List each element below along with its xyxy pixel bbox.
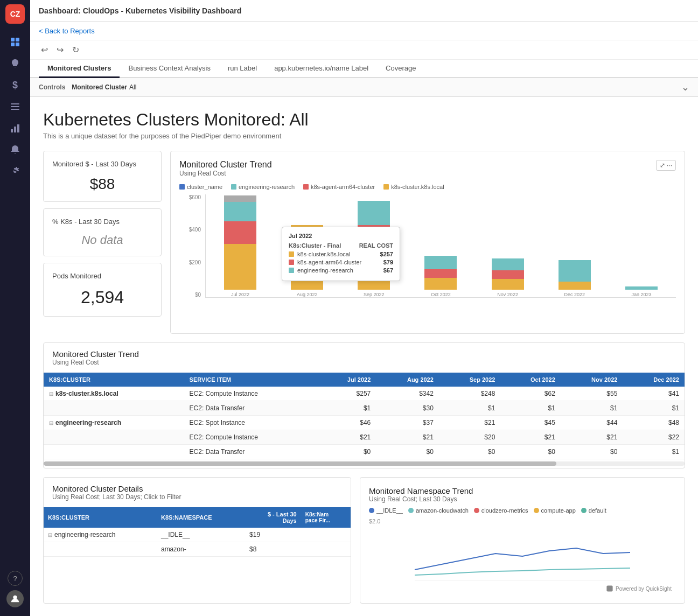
legend-dot-engineering (231, 184, 236, 190)
chart-expand-button[interactable]: ⤢ ··· (656, 160, 676, 171)
namespace-trend-panel: Monitored Namespace Trend Using Real Cos… (360, 477, 685, 604)
details-subtitle: Using Real Cost; Last 30 Days; Click to … (52, 493, 342, 501)
tooltip-name-0: k8s-cluster.k8s.local (297, 251, 377, 257)
cluster-k8s: k8s-cluster.k8s.local (55, 390, 118, 397)
tab-app-label[interactable]: app.kubernetes.io/name Label (266, 60, 377, 78)
eng-dec-spot: $48 (623, 416, 685, 430)
svg-rect-0 (11, 38, 15, 41)
tooltip-val-0: $257 (380, 251, 393, 257)
bar-jul-2022[interactable]: Jul 2022 (210, 195, 270, 297)
svg-rect-1 (16, 38, 19, 41)
table-scrollbar[interactable] (44, 461, 685, 466)
bars-container: Jul 2022 Aug 2022 (205, 194, 676, 298)
tab-run-label[interactable]: run Label (219, 60, 266, 78)
help-icon[interactable]: ? (8, 571, 23, 586)
tab-business-context[interactable]: Business Context Analysis (120, 60, 219, 78)
ns-legend-idle: __IDLE__ (369, 507, 403, 514)
k8s-oct-compute: $62 (500, 387, 560, 401)
svg-rect-2 (11, 43, 15, 46)
col-nov[interactable]: Nov 2022 (561, 373, 623, 387)
sidebar-item-list[interactable] (5, 97, 25, 116)
svg-point-10 (13, 596, 17, 599)
logo[interactable]: CZ (5, 4, 25, 24)
eng-oct-compute: $21 (500, 430, 560, 445)
tab-coverage[interactable]: Coverage (377, 60, 424, 78)
k8s-aug-transfer: $30 (376, 401, 439, 416)
bar-label-nov: Nov 2022 (497, 292, 518, 297)
col-service[interactable]: SERVICE ITEM (184, 373, 318, 387)
tab-monitored-clusters[interactable]: Monitored Clusters (39, 60, 120, 78)
sidebar-item-lightbulb[interactable] (5, 54, 25, 73)
k8s-sep-compute: $248 (439, 387, 501, 401)
legend-label-cluster: cluster_name (187, 184, 222, 190)
eng-jul-spot: $46 (318, 416, 376, 430)
metric-k8s-value: No data (52, 233, 152, 247)
tooltip-name-1: k8s-agent-arm64-cluster (297, 259, 380, 265)
metric-pods-value: 2,594 (52, 288, 152, 307)
monitored-cluster-control[interactable]: Monitored Cluster All (72, 83, 136, 91)
eng-aug-compute: $21 (376, 430, 439, 445)
detail-row-0: ⊟engineering-research __IDLE__ $19 (44, 528, 351, 542)
back-link[interactable]: < Back to Reports (39, 27, 95, 35)
sidebar-item-chart[interactable] (5, 118, 25, 138)
bar-label-dec: Dec 2022 (564, 292, 585, 297)
eng-oct-transfer: $0 (500, 445, 560, 459)
detail-col-namespace[interactable]: K8S:NAMESPACE (157, 507, 245, 528)
col-dec[interactable]: Dec 2022 (623, 373, 685, 387)
sidebar-item-settings[interactable] (5, 162, 25, 181)
expand-icon-detail-0[interactable]: ⊟ (48, 532, 52, 538)
eng-aug-transfer: $0 (376, 445, 439, 459)
svg-rect-12 (606, 585, 612, 591)
metric-cost-value: $88 (52, 176, 152, 193)
undo-button[interactable]: ↩ (39, 44, 50, 56)
col-aug[interactable]: Aug 2022 (376, 373, 439, 387)
bar-nov-2022[interactable]: Nov 2022 (478, 195, 538, 297)
eng-nov-spot: $44 (561, 416, 623, 430)
legend-label-arm64: k8s-agent-arm64-cluster (311, 184, 375, 190)
sidebar-item-grid[interactable] (5, 32, 25, 52)
y-label-600: $600 (179, 194, 203, 200)
tooltip-row-2: engineering-research $67 (289, 267, 393, 274)
topbar-title: Dashboard: CloudOps - Kubernetes Visibil… (39, 6, 241, 15)
col-jul[interactable]: Jul 2022 (318, 373, 376, 387)
detail-cluster-0: engineering-research (54, 531, 115, 538)
svg-rect-7 (11, 129, 13, 132)
legend-dot-arm64 (303, 184, 309, 190)
sidebar: CZ $ (0, 0, 30, 616)
sidebar-item-bell[interactable] (5, 140, 25, 159)
bar-dec-2022[interactable]: Dec 2022 (545, 195, 605, 297)
bar-jan-2023[interactable]: Jan 2023 (611, 195, 672, 297)
svg-rect-5 (11, 106, 19, 107)
undo2-button[interactable]: ↪ (54, 44, 66, 56)
detail-first-1 (301, 542, 351, 557)
detail-cost-0: $19 (245, 528, 301, 542)
col-oct[interactable]: Oct 2022 (500, 373, 560, 387)
chart-tooltip: Jul 2022 K8s:Cluster - Final REAL COST k… (282, 227, 400, 281)
expand-icon-k8s[interactable]: ⊟ (49, 391, 53, 397)
col-cluster[interactable]: K8S:CLUSTER (44, 373, 184, 387)
toolbar: ↩ ↪ ↻ (30, 40, 698, 60)
detail-col-cost[interactable]: $ - Last 30Days (245, 507, 301, 528)
user-avatar[interactable] (6, 590, 24, 607)
redo-button[interactable]: ↻ (70, 44, 81, 56)
tooltip-header: K8s:Cluster - Final REAL COST (289, 242, 393, 249)
tabs-bar: Monitored Clusters Business Context Anal… (30, 60, 698, 78)
detail-col-cluster[interactable]: K8S:CLUSTER (44, 507, 157, 528)
detail-col-first[interactable]: K8s:Nampace Fir... (301, 507, 351, 528)
ns-legend-compute: compute-app (534, 507, 576, 514)
trend-table-subtitle: Using Real Cost (52, 359, 676, 366)
monitored-cluster-label: Monitored Cluster (72, 83, 127, 91)
ns-y-label: $2.0 (369, 518, 676, 524)
detail-ns-1: amazon- (157, 542, 245, 557)
eng-dec-compute: $22 (623, 430, 685, 445)
controls-expand-icon[interactable]: ⌄ (681, 81, 689, 93)
col-sep[interactable]: Sep 2022 (439, 373, 501, 387)
eng-aug-spot: $37 (376, 416, 439, 430)
bar-label-jan: Jan 2023 (631, 292, 651, 297)
expand-icon-eng[interactable]: ⊟ (49, 420, 53, 426)
sidebar-item-cost[interactable]: $ (5, 75, 25, 95)
bar-oct-2022[interactable]: Oct 2022 (410, 195, 471, 297)
legend-label-local: k8s-cluster.k8s.local (391, 184, 444, 190)
k8s-jul-transfer: $1 (318, 401, 376, 416)
service-eng-spot: EC2: Spot Instance (184, 416, 318, 430)
